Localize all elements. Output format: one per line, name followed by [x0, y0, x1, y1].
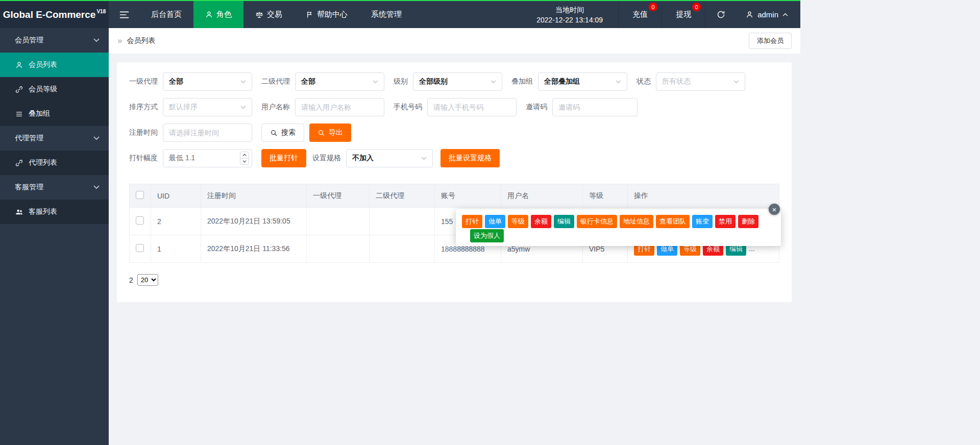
add-member-button-label: 添加会员 — [757, 36, 783, 45]
status-select[interactable]: 所有状态 — [656, 72, 745, 91]
header-agent-l2: 二级代理 — [370, 184, 435, 208]
action-address-button[interactable]: 地址信息 — [620, 215, 653, 228]
action-delete-button[interactable]: 删除 — [738, 215, 758, 228]
chevron-down-icon — [373, 80, 378, 84]
chevron-down-icon — [93, 185, 100, 189]
phone-label: 手机号码 — [394, 103, 422, 112]
pagination: 2 20 — [129, 274, 779, 286]
nav-item-trade[interactable]: 交易 — [243, 1, 294, 28]
level-select[interactable]: 全部级别 — [413, 72, 502, 91]
inject-range-value: 最低 1.1 — [169, 154, 195, 163]
sidebar-toggle-button[interactable] — [109, 1, 139, 28]
scale-icon — [255, 11, 263, 19]
withdraw-badge: 0 — [692, 3, 701, 11]
magnifier-icon — [317, 129, 325, 137]
action-account-change-button[interactable]: 账变 — [692, 215, 713, 228]
nav-item-help[interactable]: 帮助中心 — [294, 1, 359, 28]
nav-item-home[interactable]: 后台首页 — [139, 1, 193, 28]
sidebar-item-member-list[interactable]: 会员列表 — [0, 53, 109, 77]
nav-item-roles-label: 角色 — [216, 10, 232, 19]
row-checkbox[interactable] — [136, 216, 144, 225]
search-button-label: 搜索 — [281, 128, 296, 137]
agent-l1-select[interactable]: 全部 — [163, 72, 252, 91]
reg-time-label: 注册时间 — [129, 128, 158, 137]
pagination-total: 2 — [129, 276, 133, 284]
number-spinner — [240, 152, 249, 165]
select-all-checkbox[interactable] — [136, 191, 144, 199]
spinner-down-icon[interactable] — [240, 159, 249, 165]
sidebar-item-stack-group-label: 叠加组 — [29, 109, 50, 118]
bulk-spec-button-label: 批量设置规格 — [449, 154, 492, 163]
agent-l2-select[interactable]: 全部 — [295, 72, 384, 91]
stack-group-select[interactable]: 全部叠加组 — [538, 72, 627, 91]
export-button[interactable]: 导出 — [309, 123, 351, 142]
inject-range-input[interactable]: 最低 1.1 — [163, 149, 252, 167]
sidebar-group-member-mgmt-label: 会员管理 — [15, 36, 43, 45]
reg-time-input[interactable] — [163, 123, 252, 142]
action-bank-card-button[interactable]: 银行卡信息 — [577, 215, 617, 228]
header-actions: 操作 — [628, 184, 779, 208]
stack-group-label: 叠加组 — [511, 77, 533, 86]
local-time-label: 当地时间 — [555, 5, 584, 15]
person-icon — [205, 11, 213, 18]
refresh-icon — [717, 10, 725, 19]
bulk-inject-button[interactable]: 批量打针 — [261, 149, 306, 167]
bulk-spec-button[interactable]: 批量设置规格 — [440, 149, 500, 167]
spec-select-value: 不加入 — [352, 154, 374, 163]
refresh-button[interactable] — [705, 1, 737, 28]
agent-l2-label: 二级代理 — [261, 77, 290, 86]
nav-item-help-label: 帮助中心 — [317, 10, 348, 19]
sidebar-item-support-list[interactable]: 客服列表 — [0, 200, 109, 224]
sidebar-group-support-mgmt[interactable]: 客服管理 — [0, 175, 109, 200]
username-label: 用户名称 — [261, 103, 290, 112]
chevron-down-icon — [240, 106, 246, 109]
chevron-down-icon — [616, 80, 621, 84]
close-icon[interactable]: × — [769, 204, 780, 215]
chevron-down-icon — [93, 136, 100, 140]
sidebar-item-stack-group[interactable]: 叠加组 — [0, 102, 109, 126]
agent-l1-cell — [307, 235, 370, 263]
spec-select[interactable]: 不加入 — [346, 149, 433, 167]
add-member-button[interactable]: 添加会员 — [749, 33, 792, 49]
hamburger-icon — [119, 11, 129, 19]
sidebar-group-member-mgmt[interactable]: 会员管理 — [0, 28, 109, 53]
action-edit-button[interactable]: 编辑 — [554, 215, 574, 228]
action-set-fake-button[interactable]: 设为假人 — [470, 229, 504, 242]
username-input[interactable] — [295, 98, 384, 116]
row-checkbox[interactable] — [136, 244, 144, 252]
nav-item-roles[interactable]: 角色 — [193, 1, 243, 28]
header-account: 账号 — [435, 184, 501, 208]
app-logo-version: V18 — [96, 9, 106, 14]
topbar-right: 当地时间 2022-12-22 13:14:09 充值 0 提现 0 adm — [521, 1, 800, 28]
invite-code-input[interactable] — [552, 98, 638, 116]
chevron-down-icon — [733, 80, 739, 84]
action-make-order-button[interactable]: 做单 — [485, 215, 505, 228]
recharge-item[interactable]: 充值 0 — [618, 1, 662, 28]
action-balance-button[interactable]: 余额 — [531, 215, 551, 228]
action-view-team-button[interactable]: 查看团队 — [656, 215, 690, 228]
sidebar-item-member-level[interactable]: 会员等级 — [0, 77, 109, 102]
stack-group-select-value: 全部叠加组 — [544, 77, 580, 86]
nav-item-home-label: 后台首页 — [151, 10, 182, 19]
inject-range-label: 打针幅度 — [129, 154, 158, 163]
nav-item-system[interactable]: 系统管理 — [359, 1, 413, 28]
chevron-down-icon — [491, 80, 496, 84]
action-level-button[interactable]: 等级 — [508, 215, 528, 228]
sidebar-group-agent-mgmt[interactable]: 代理管理 — [0, 126, 109, 151]
search-button[interactable]: 搜索 — [261, 123, 304, 142]
reg-time-cell: 2022年10月21日 11:33:56 — [201, 235, 307, 263]
sort-select[interactable]: 默认排序 — [163, 98, 252, 116]
caret-up-icon — [782, 13, 788, 16]
action-inject-button[interactable]: 打针 — [462, 215, 482, 228]
user-menu[interactable]: admin — [737, 1, 800, 28]
filter-row-3: 注册时间 搜索 导出 — [129, 123, 779, 142]
spinner-up-icon[interactable] — [240, 152, 249, 159]
action-disable-button[interactable]: 禁用 — [715, 215, 736, 228]
person-icon — [746, 11, 753, 18]
popup-actions-row-2: 设为假人 — [470, 229, 781, 242]
withdraw-item[interactable]: 提现 0 — [662, 1, 705, 28]
page-size-select[interactable]: 20 — [137, 274, 158, 286]
phone-input[interactable] — [427, 98, 517, 116]
sidebar-item-agent-list[interactable]: 代理列表 — [0, 151, 109, 175]
recharge-label: 充值 — [632, 10, 648, 19]
